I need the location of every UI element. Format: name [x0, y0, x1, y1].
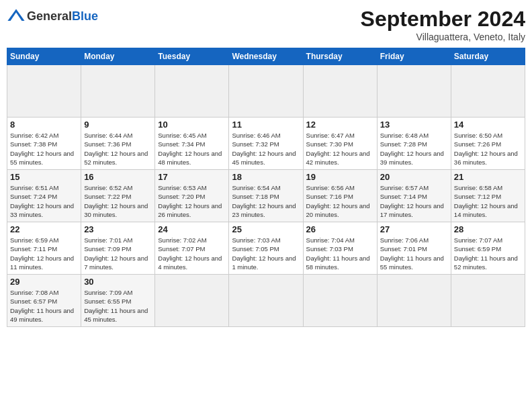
day-info: Sunrise: 6:56 AMSunset: 7:16 PMDaylight:…: [306, 183, 374, 219]
day-number: 15: [10, 172, 78, 182]
day-info: Sunrise: 6:52 AMSunset: 7:22 PMDaylight:…: [84, 183, 152, 219]
day-info: Sunrise: 7:06 AMSunset: 7:01 PMDaylight:…: [380, 236, 448, 271]
calendar-table: SundayMondayTuesdayWednesdayThursdayFrid…: [7, 48, 525, 327]
logo-general-text: General: [27, 9, 72, 23]
calendar-cell: 22Sunrise: 6:59 AMSunset: 7:11 PMDayligh…: [7, 222, 81, 275]
calendar-cell: 10Sunrise: 6:45 AMSunset: 7:34 PMDayligh…: [155, 118, 229, 170]
calendar-cell: 19Sunrise: 6:56 AMSunset: 7:16 PMDayligh…: [303, 170, 377, 222]
day-number: 18: [232, 172, 300, 182]
calendar-cell: 25Sunrise: 7:03 AMSunset: 7:05 PMDayligh…: [229, 222, 303, 275]
calendar-cell: 17Sunrise: 6:53 AMSunset: 7:20 PMDayligh…: [155, 170, 229, 222]
calendar-cell: [81, 65, 155, 118]
month-title: September 2024: [361, 7, 525, 32]
day-number: 14: [454, 120, 522, 130]
calendar-cell: 29Sunrise: 7:08 AMSunset: 6:57 PMDayligh…: [7, 275, 81, 327]
day-number: 17: [158, 172, 226, 182]
calendar-week-3: 15Sunrise: 6:51 AMSunset: 7:24 PMDayligh…: [7, 170, 525, 222]
calendar-cell: [155, 275, 229, 327]
day-number: 22: [10, 224, 78, 234]
weekday-header-monday: Monday: [81, 48, 155, 65]
calendar-week-2: 8Sunrise: 6:42 AMSunset: 7:38 PMDaylight…: [7, 118, 525, 170]
calendar-cell: 30Sunrise: 7:09 AMSunset: 6:55 PMDayligh…: [81, 275, 155, 327]
day-number: 8: [10, 120, 78, 130]
day-info: Sunrise: 7:02 AMSunset: 7:07 PMDaylight:…: [158, 236, 226, 271]
day-number: 26: [306, 224, 374, 234]
day-number: 13: [380, 120, 448, 130]
calendar-cell: [303, 275, 377, 327]
day-info: Sunrise: 7:01 AMSunset: 7:09 PMDaylight:…: [84, 236, 152, 271]
day-number: 25: [232, 224, 300, 234]
calendar-cell: 15Sunrise: 6:51 AMSunset: 7:24 PMDayligh…: [7, 170, 81, 222]
weekday-header-sunday: Sunday: [7, 48, 81, 65]
calendar-week-4: 22Sunrise: 6:59 AMSunset: 7:11 PMDayligh…: [7, 222, 525, 275]
calendar-cell: [451, 65, 525, 118]
weekday-header-row: SundayMondayTuesdayWednesdayThursdayFrid…: [7, 48, 525, 65]
day-number: 10: [158, 120, 226, 130]
title-block: September 2024 Villaguattera, Veneto, It…: [361, 7, 525, 42]
day-info: Sunrise: 6:54 AMSunset: 7:18 PMDaylight:…: [232, 183, 300, 219]
weekday-header-tuesday: Tuesday: [155, 48, 229, 65]
day-number: 23: [84, 224, 152, 234]
calendar-cell: [377, 65, 451, 118]
day-info: Sunrise: 6:51 AMSunset: 7:24 PMDaylight:…: [10, 183, 78, 219]
weekday-header-thursday: Thursday: [303, 48, 377, 65]
calendar-cell: 23Sunrise: 7:01 AMSunset: 7:09 PMDayligh…: [81, 222, 155, 275]
day-number: 20: [380, 172, 448, 182]
day-number: 16: [84, 172, 152, 182]
page-header: GeneralBlue September 2024 Villaguattera…: [7, 7, 525, 42]
day-info: Sunrise: 6:58 AMSunset: 7:12 PMDaylight:…: [454, 183, 522, 219]
calendar-cell: 26Sunrise: 7:04 AMSunset: 7:03 PMDayligh…: [303, 222, 377, 275]
calendar-cell: [155, 65, 229, 118]
day-number: 30: [84, 277, 152, 287]
day-number: 27: [380, 224, 448, 234]
day-info: Sunrise: 7:09 AMSunset: 6:55 PMDaylight:…: [84, 288, 152, 324]
day-number: 29: [10, 277, 78, 287]
calendar-cell: 11Sunrise: 6:46 AMSunset: 7:32 PMDayligh…: [229, 118, 303, 170]
logo: GeneralBlue: [7, 7, 98, 26]
calendar-cell: [451, 275, 525, 327]
day-info: Sunrise: 6:59 AMSunset: 7:11 PMDaylight:…: [10, 236, 78, 271]
day-info: Sunrise: 7:07 AMSunset: 6:59 PMDaylight:…: [454, 236, 522, 271]
calendar-cell: 12Sunrise: 6:47 AMSunset: 7:30 PMDayligh…: [303, 118, 377, 170]
location-text: Villaguattera, Veneto, Italy: [361, 32, 525, 42]
weekday-header-wednesday: Wednesday: [229, 48, 303, 65]
calendar-cell: 27Sunrise: 7:06 AMSunset: 7:01 PMDayligh…: [377, 222, 451, 275]
logo-icon: [7, 7, 26, 26]
day-info: Sunrise: 6:44 AMSunset: 7:36 PMDaylight:…: [84, 131, 152, 167]
calendar-cell: 14Sunrise: 6:50 AMSunset: 7:26 PMDayligh…: [451, 118, 525, 170]
day-number: 11: [232, 120, 300, 130]
calendar-cell: [377, 275, 451, 327]
day-number: 19: [306, 172, 374, 182]
calendar-cell: 18Sunrise: 6:54 AMSunset: 7:18 PMDayligh…: [229, 170, 303, 222]
calendar-cell: 20Sunrise: 6:57 AMSunset: 7:14 PMDayligh…: [377, 170, 451, 222]
weekday-header-saturday: Saturday: [451, 48, 525, 65]
calendar-cell: 21Sunrise: 6:58 AMSunset: 7:12 PMDayligh…: [451, 170, 525, 222]
calendar-week-1: [7, 65, 525, 118]
day-info: Sunrise: 6:45 AMSunset: 7:34 PMDaylight:…: [158, 131, 226, 167]
calendar-cell: [229, 65, 303, 118]
day-info: Sunrise: 6:50 AMSunset: 7:26 PMDaylight:…: [454, 131, 522, 167]
calendar-cell: 16Sunrise: 6:52 AMSunset: 7:22 PMDayligh…: [81, 170, 155, 222]
day-number: 12: [306, 120, 374, 130]
day-info: Sunrise: 6:48 AMSunset: 7:28 PMDaylight:…: [380, 131, 448, 167]
day-info: Sunrise: 6:57 AMSunset: 7:14 PMDaylight:…: [380, 183, 448, 219]
day-info: Sunrise: 6:42 AMSunset: 7:38 PMDaylight:…: [10, 131, 78, 167]
calendar-week-5: 29Sunrise: 7:08 AMSunset: 6:57 PMDayligh…: [7, 275, 525, 327]
day-number: 24: [158, 224, 226, 234]
day-info: Sunrise: 7:03 AMSunset: 7:05 PMDaylight:…: [232, 236, 300, 271]
day-number: 21: [454, 172, 522, 182]
calendar-cell: [7, 65, 81, 118]
day-number: 9: [84, 120, 152, 130]
calendar-cell: [229, 275, 303, 327]
logo-blue-text: Blue: [72, 9, 98, 23]
calendar-cell: 9Sunrise: 6:44 AMSunset: 7:36 PMDaylight…: [81, 118, 155, 170]
calendar-cell: 28Sunrise: 7:07 AMSunset: 6:59 PMDayligh…: [451, 222, 525, 275]
calendar-cell: 13Sunrise: 6:48 AMSunset: 7:28 PMDayligh…: [377, 118, 451, 170]
calendar-cell: [303, 65, 377, 118]
day-info: Sunrise: 6:46 AMSunset: 7:32 PMDaylight:…: [232, 131, 300, 167]
day-info: Sunrise: 7:08 AMSunset: 6:57 PMDaylight:…: [10, 288, 78, 324]
day-info: Sunrise: 6:53 AMSunset: 7:20 PMDaylight:…: [158, 183, 226, 219]
day-info: Sunrise: 7:04 AMSunset: 7:03 PMDaylight:…: [306, 236, 374, 271]
weekday-header-friday: Friday: [377, 48, 451, 65]
day-number: 28: [454, 224, 522, 234]
